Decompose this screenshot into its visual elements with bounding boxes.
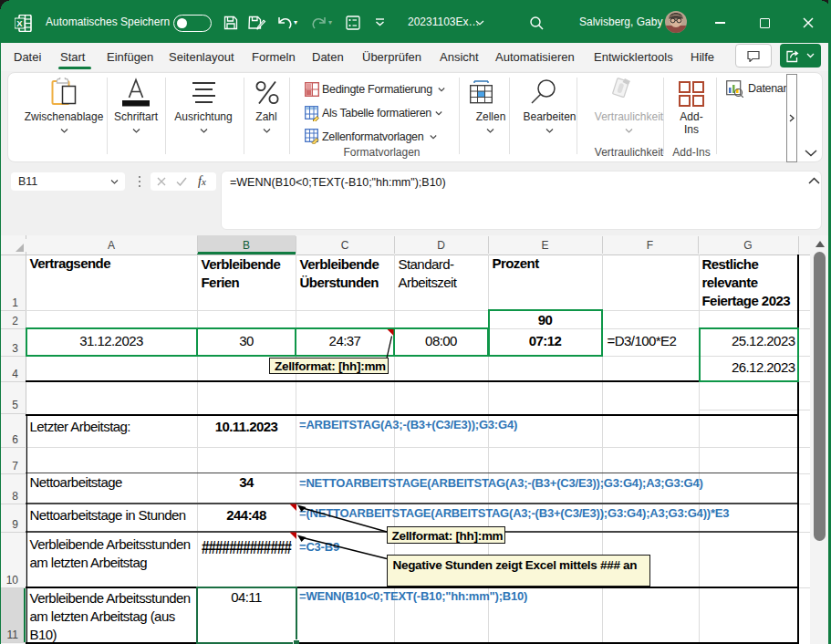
svg-text:X: X bbox=[16, 18, 23, 28]
